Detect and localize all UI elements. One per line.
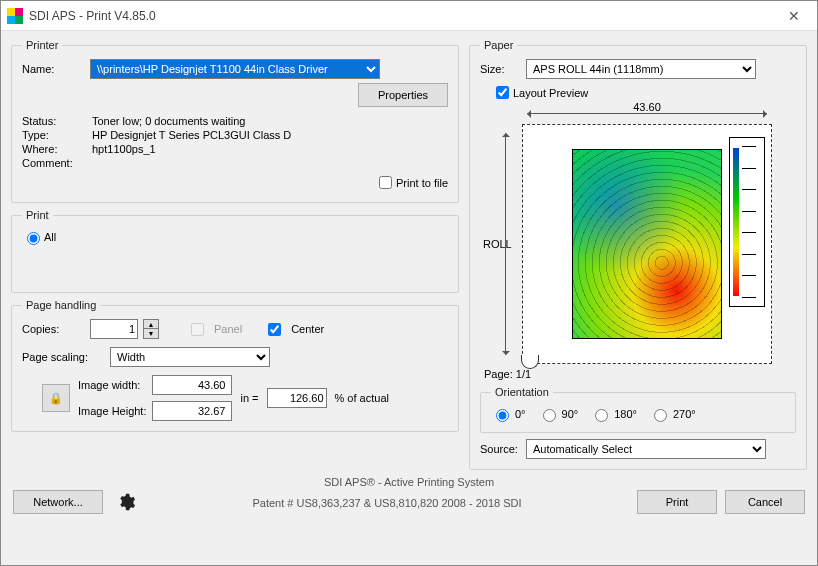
roll-label: ROLL [483, 238, 512, 250]
window-title: SDI APS - Print V4.85.0 [29, 9, 779, 23]
orient-180-label: 180° [614, 408, 637, 420]
paper-legend: Paper [480, 39, 517, 51]
print-all-radio[interactable] [27, 232, 40, 245]
panel-checkbox [191, 323, 204, 336]
center-checkbox[interactable] [268, 323, 281, 336]
page-count-value: 1/1 [516, 368, 531, 380]
status-value: Toner low; 0 documents waiting [92, 115, 245, 127]
page-handling-legend: Page handling [22, 299, 100, 311]
status-label: Status: [22, 115, 92, 127]
paper-group: Paper Size: APS ROLL 44in (1118mm) Layou… [469, 39, 807, 470]
close-icon[interactable]: ✕ [779, 8, 809, 24]
printer-name-select[interactable]: \\printers\HP Designjet T1100 44in Class… [90, 59, 380, 79]
orientation-group: Orientation 0° 90° 180° 270° [480, 386, 796, 433]
orient-0-label: 0° [515, 408, 526, 420]
in-eq-label: in = [240, 392, 258, 404]
print-group: Print All [11, 209, 459, 293]
spinner-up-icon[interactable]: ▲ [144, 320, 158, 329]
properties-button[interactable]: Properties [358, 83, 448, 107]
preview-page [572, 149, 722, 339]
image-height-label: Image Height: [78, 405, 146, 417]
where-value: hpt1100ps_1 [92, 143, 156, 155]
image-width-input[interactable] [152, 375, 232, 395]
layout-preview-checkbox[interactable] [496, 86, 509, 99]
image-height-input[interactable] [152, 401, 232, 421]
network-button[interactable]: Network... [13, 490, 103, 514]
percent-suffix: % of actual [335, 392, 389, 404]
copies-label: Copies: [22, 323, 84, 335]
preview-map-icon [573, 150, 721, 338]
center-label: Center [291, 323, 324, 335]
orient-270-radio[interactable] [654, 409, 667, 422]
printer-legend: Printer [22, 39, 62, 51]
copies-input[interactable] [90, 319, 138, 339]
print-to-file-label: Print to file [396, 177, 448, 189]
preview-width-value: 43.60 [633, 101, 661, 113]
print-all-label: All [44, 231, 56, 243]
type-value: HP Designjet T Series PCL3GUI Class D [92, 129, 291, 141]
paper-size-select[interactable]: APS ROLL 44in (1118mm) [526, 59, 756, 79]
settings-button[interactable] [115, 491, 137, 513]
orient-90-radio[interactable] [543, 409, 556, 422]
orient-0-radio[interactable] [496, 409, 509, 422]
orient-180-radio[interactable] [595, 409, 608, 422]
lock-icon: 🔒 [49, 392, 63, 405]
page-count-label: Page: [484, 368, 513, 380]
width-arrow-icon [527, 113, 767, 114]
app-logo-icon [7, 8, 23, 24]
cancel-button[interactable]: Cancel [725, 490, 805, 514]
roll-curl-icon [521, 355, 539, 369]
print-to-file-checkbox[interactable] [379, 176, 392, 189]
printer-name-label: Name: [22, 63, 84, 75]
panel-label: Panel [214, 323, 242, 335]
gear-icon [116, 492, 136, 512]
source-label: Source: [480, 443, 518, 455]
print-button[interactable]: Print [637, 490, 717, 514]
layout-preview-label: Layout Preview [513, 87, 588, 99]
image-width-label: Image width: [78, 379, 146, 391]
preview-legend-icon [729, 137, 765, 307]
percent-input[interactable] [267, 388, 327, 408]
layout-preview: 43.60 ROLL [522, 124, 772, 364]
copies-spinner[interactable]: ▲▼ [143, 319, 159, 339]
type-label: Type: [22, 129, 92, 141]
footer: SDI APS® - Active Printing System [1, 474, 817, 488]
page-scaling-label: Page scaling: [22, 351, 104, 363]
printer-group: Printer Name: \\printers\HP Designjet T1… [11, 39, 459, 203]
orient-90-label: 90° [562, 408, 579, 420]
where-label: Where: [22, 143, 92, 155]
lock-aspect-button[interactable]: 🔒 [42, 384, 70, 412]
roll-arrow-icon [505, 133, 506, 355]
footer-line1: SDI APS® - Active Printing System [1, 476, 817, 488]
titlebar: SDI APS - Print V4.85.0 ✕ [1, 1, 817, 31]
print-legend: Print [22, 209, 53, 221]
orientation-legend: Orientation [491, 386, 553, 398]
spinner-down-icon[interactable]: ▼ [144, 329, 158, 338]
paper-size-label: Size: [480, 63, 520, 75]
footer-line2: Patent # US8,363,237 & US8,810,820 2008 … [145, 495, 629, 509]
orient-270-label: 270° [673, 408, 696, 420]
source-select[interactable]: Automatically Select [526, 439, 766, 459]
comment-label: Comment: [22, 157, 92, 169]
page-scaling-select[interactable]: Width [110, 347, 270, 367]
page-handling-group: Page handling Copies: ▲▼ Panel Center Pa… [11, 299, 459, 432]
